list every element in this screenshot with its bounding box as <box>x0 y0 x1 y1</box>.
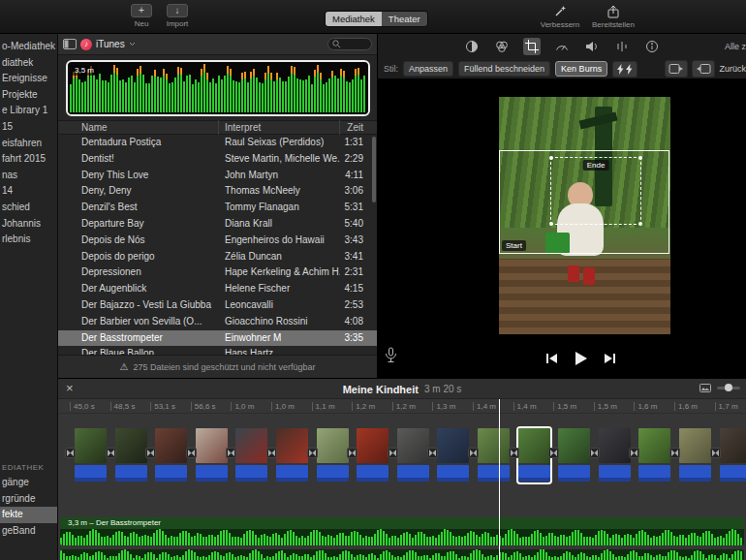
clip-box[interactable] <box>437 428 469 482</box>
clip-box[interactable] <box>397 428 429 482</box>
clip-box[interactable] <box>155 428 187 482</box>
previous-button[interactable] <box>544 353 558 364</box>
transition-icon[interactable] <box>629 448 639 458</box>
clip-box[interactable] <box>276 428 308 482</box>
table-row[interactable]: Der Barbier von Sevilla (O...Gioacchino … <box>58 314 377 330</box>
transition-icon[interactable] <box>548 448 559 458</box>
sidebar-item[interactable]: schied <box>0 200 57 216</box>
timeline-clip[interactable] <box>191 427 232 483</box>
timeline-clip[interactable] <box>392 427 433 483</box>
clip-box[interactable] <box>558 428 590 482</box>
clip-box[interactable] <box>720 428 746 482</box>
table-row[interactable]: Deny, DenyThomas McNeely3:06 <box>58 183 377 200</box>
clip-box[interactable] <box>317 428 349 482</box>
style-crop-to-fill-button[interactable]: Füllend beschneiden <box>458 61 550 77</box>
transition-icon[interactable] <box>65 448 76 458</box>
timeline-clip[interactable] <box>513 427 554 483</box>
table-row[interactable]: Depois de NósEngenheiros do Hawaii3:43 <box>58 233 377 249</box>
transition-icon[interactable] <box>186 448 197 458</box>
info-icon[interactable] <box>643 38 661 55</box>
sidebar-item[interactable]: Johannis <box>0 216 57 233</box>
clip-box[interactable] <box>115 428 147 482</box>
timeline-clip[interactable] <box>553 427 594 483</box>
play-button[interactable] <box>575 352 587 365</box>
table-row[interactable]: Der Blaue BallonHans Hartz <box>58 346 377 355</box>
import-button[interactable]: ↓ Import <box>159 4 196 28</box>
transition-icon[interactable] <box>145 448 156 458</box>
timeline-clip[interactable] <box>473 427 513 483</box>
speed-icon[interactable] <box>553 38 571 55</box>
playhead[interactable] <box>499 399 500 560</box>
video-preview[interactable]: Start Ende <box>499 97 670 334</box>
timeline-clip[interactable] <box>432 427 473 483</box>
timeline-clip[interactable] <box>634 427 674 483</box>
sidebar-item[interactable]: eisfahren <box>0 136 57 152</box>
timeline-ruler[interactable]: 45,0 s48,5 s53,1 s56,6 s1,0 m1,0 m1,1 m1… <box>58 399 746 414</box>
clip-box[interactable] <box>638 428 670 482</box>
clip-box[interactable] <box>679 428 711 482</box>
style-fit-button[interactable]: Anpassen <box>403 61 453 77</box>
column-interpret[interactable]: Interpret <box>225 121 340 135</box>
clip-box[interactable] <box>599 428 631 482</box>
column-zeit[interactable]: Zeit <box>340 121 377 135</box>
rotate-left-icon[interactable] <box>665 60 688 78</box>
transition-icon[interactable] <box>388 448 398 458</box>
kenburns-end-rect[interactable]: Ende <box>550 157 641 225</box>
sidebar-item[interactable]: o-Mediathek <box>0 39 57 55</box>
transition-icon[interactable] <box>669 448 680 458</box>
sidebar-item[interactable]: nas <box>0 168 57 184</box>
timeline-clip[interactable] <box>150 427 191 483</box>
transition-icon[interactable] <box>710 448 721 458</box>
transition-icon[interactable] <box>509 448 519 458</box>
sidebar-item[interactable]: geBand <box>0 523 57 540</box>
reset-all-button[interactable]: Alle z <box>725 42 746 51</box>
clip-box[interactable] <box>357 428 389 482</box>
sidebar-item[interactable]: rgründe <box>0 491 57 508</box>
table-row[interactable]: Der AugenblickHelene Fischer4:15 <box>58 281 377 297</box>
sidebar-item[interactable]: diathek <box>0 55 57 72</box>
transition-icon[interactable] <box>589 448 600 458</box>
transition-icon[interactable] <box>347 448 357 458</box>
table-row[interactable]: DepressionenHape Kerkeling & Achim H...2… <box>58 264 377 281</box>
clip-box[interactable] <box>518 428 550 482</box>
rotate-right-icon[interactable] <box>692 60 715 78</box>
source-select[interactable]: iTunes <box>96 39 125 49</box>
new-button[interactable]: + Neu <box>123 4 160 28</box>
sidebar-item[interactable]: 14 <box>0 183 57 200</box>
audio-preview[interactable]: 3,5 m <box>66 60 370 116</box>
transition-icon[interactable] <box>307 448 318 458</box>
voiceover-record-button[interactable] <box>385 347 397 364</box>
table-row[interactable]: Depois do perigoZélia Duncan3:41 <box>58 249 377 265</box>
style-ken-burns-button[interactable]: Ken Burns <box>555 61 607 77</box>
sidebar-item[interactable]: e Library 1 <box>0 103 57 119</box>
zoom-slider-knob[interactable] <box>725 384 732 391</box>
sidebar-item[interactable]: Projekte <box>0 87 57 104</box>
table-row[interactable]: Der BasstrompeterEinwohner M3:35 <box>58 330 377 347</box>
sidebar-item[interactable]: gänge <box>0 475 57 491</box>
table-row[interactable]: Denzil's BestTommy Flanagan5:31 <box>58 200 377 216</box>
sidebar-item[interactable]: fekte <box>0 507 57 523</box>
clip-box[interactable] <box>235 428 267 482</box>
background-music-clip[interactable]: 3,3 m – Der Basstrompeter <box>60 517 744 545</box>
sidebar-item[interactable]: fahrt 2015 <box>0 151 57 168</box>
transition-icon[interactable] <box>226 448 236 458</box>
swap-start-end-button[interactable] <box>612 61 637 78</box>
clip-appearance-icon[interactable] <box>699 384 711 392</box>
table-row[interactable]: Dentadura PostiçaRaul Seixas (Perdidos)1… <box>58 135 377 151</box>
sidebar-item[interactable]: rlebnis <box>0 232 57 248</box>
next-button[interactable] <box>604 353 617 364</box>
timeline-clip[interactable] <box>594 427 635 483</box>
timeline-clip[interactable] <box>352 427 392 483</box>
scrollbar[interactable] <box>372 137 376 202</box>
timeline-clip[interactable] <box>271 427 312 483</box>
crop-icon[interactable] <box>523 38 541 55</box>
timeline-clip[interactable] <box>674 427 715 483</box>
timeline-clip[interactable] <box>70 427 110 483</box>
transition-icon[interactable] <box>468 448 479 458</box>
table-row[interactable]: Der Bajazzo - Vesti La GiubbaLeoncavalli… <box>58 297 377 314</box>
transition-icon[interactable] <box>427 448 438 458</box>
timeline-clip[interactable] <box>715 427 746 483</box>
auto-enhance-icon[interactable] <box>463 38 481 55</box>
share-button[interactable]: Bereitstellen <box>587 4 639 29</box>
clip-box[interactable] <box>196 428 228 482</box>
